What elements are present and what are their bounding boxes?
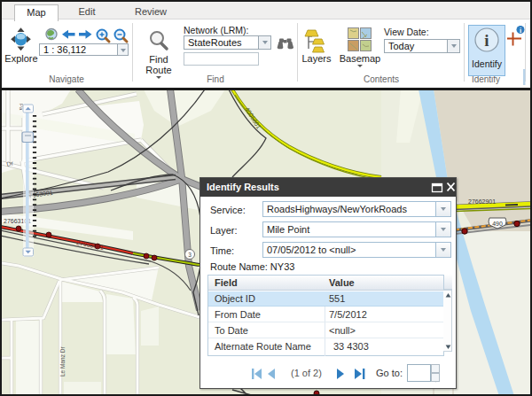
svg-text:Le Manz Dr: Le Manz Dr [59, 346, 66, 377]
svg-text:490: 490 [492, 221, 503, 227]
svg-text:27662901: 27662901 [468, 198, 496, 205]
svg-text:3: 3 [188, 252, 192, 258]
svg-text:i: i [520, 27, 521, 35]
